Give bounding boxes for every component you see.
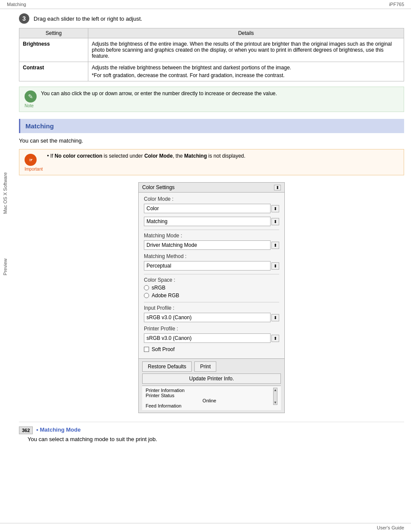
radio-adobe-rgb[interactable]: Adobe RGB — [144, 292, 279, 299]
printer-profile-select[interactable]: sRGB v3.0 (Canon) — [144, 333, 271, 343]
matching-method-select[interactable]: Perceptual — [144, 261, 271, 271]
color-stepper[interactable]: ⬍ — [271, 205, 279, 212]
panel-title-stepper[interactable]: ⬍ — [274, 185, 281, 190]
note-text: You can also click the up or down arrow,… — [41, 90, 277, 96]
printer-info-scrollbar[interactable]: ▲ ▼ — [273, 388, 277, 405]
step-header: 3 Drag each slider to the left or right … — [19, 13, 404, 24]
note-label: Note — [25, 103, 37, 108]
contrast-detail1: Adjusts the relative brightness between … — [92, 65, 400, 71]
printer-info-row: Printer Information Printer Status Onlin… — [146, 388, 277, 408]
important-bold1: No color correction — [55, 153, 103, 159]
input-profile-label: Input Profile : — [144, 305, 279, 311]
input-profile-value: sRGB v3.0 (Canon) — [146, 314, 192, 320]
page-number: 362 — [19, 426, 33, 434]
scroll-down-icon[interactable]: ▼ — [274, 401, 277, 404]
printer-info-section: Printer Information Printer Status Onlin… — [142, 386, 281, 410]
scroll-up-icon[interactable]: ▲ — [274, 388, 277, 392]
setting-brightness: Brightness — [19, 38, 88, 62]
bottom-bar: User's Guide — [0, 523, 411, 532]
color-select-row: Color ⬍ — [144, 204, 279, 213]
printer-profile-select-row: sRGB v3.0 (Canon) ⬍ — [144, 333, 279, 343]
matching-mode-label: Matching Mode : — [144, 233, 279, 239]
printer-profile-stepper[interactable]: ⬍ — [271, 335, 279, 342]
color-value: Color — [146, 205, 159, 212]
table-header-details: Details — [88, 28, 404, 38]
print-button[interactable]: Print — [194, 361, 216, 372]
divider3 — [144, 302, 279, 302]
matching-value: Matching — [146, 218, 168, 224]
important-label: Important — [25, 167, 43, 171]
table-row: Contrast Adjusts the relative brightness… — [19, 62, 404, 81]
color-settings-panel: Color Settings ⬍ Color Mode : Color ⬍ Ma… — [138, 182, 285, 413]
matching-mode-title: Matching Mode — [40, 426, 81, 433]
color-space-label: Color Space : — [144, 277, 279, 283]
panel-footer: Restore Defaults Print Update Printer In… — [139, 358, 284, 413]
soft-proof-label: Soft Proof — [152, 346, 174, 352]
color-select[interactable]: Color — [144, 204, 271, 213]
divider1 — [144, 230, 279, 230]
step-3-section: 3 Drag each slider to the left or right … — [19, 13, 404, 112]
bottom-bar-text: User's Guide — [377, 525, 404, 530]
matching-mode-select-row: Driver Matching Mode ⬍ — [144, 240, 279, 250]
setting-contrast: Contrast — [19, 62, 88, 81]
top-bar-left: Matching — [7, 2, 26, 7]
matching-stepper[interactable]: ⬍ — [271, 218, 279, 225]
panel-container: Color Settings ⬍ Color Mode : Color ⬍ Ma… — [19, 182, 404, 413]
matching-method-stepper[interactable]: ⬍ — [271, 262, 279, 270]
printer-info-text: Printer Information Printer Status Onlin… — [146, 388, 273, 408]
radio-adobe-rgb-label: Adobe RGB — [152, 292, 179, 299]
matching-select[interactable]: Matching — [144, 217, 271, 226]
matching-method-select-row: Perceptual ⬍ — [144, 261, 279, 271]
matching-description: You can set the matching. — [19, 137, 404, 144]
matching-mode-stepper[interactable]: ⬍ — [271, 242, 279, 249]
input-profile-select[interactable]: sRGB v3.0 (Canon) — [144, 313, 271, 322]
top-bar: Matching iPF765 — [0, 0, 411, 9]
panel-body: Color Mode : Color ⬍ Matching ⬍ Matchi — [139, 193, 284, 358]
radio-adobe-rgb-circle — [144, 293, 149, 298]
sidebar-label-macos: Mac OS X Software — [3, 172, 8, 214]
matching-method-value: Perceptual — [146, 263, 171, 269]
page-number-row: 362 • Matching Mode — [19, 426, 404, 434]
matching-select-row: Matching ⬍ — [144, 217, 279, 226]
main-content: 3 Drag each slider to the left or right … — [12, 9, 411, 447]
printer-profile-label: Printer Profile : — [144, 326, 279, 332]
table-header-setting: Setting — [19, 28, 88, 38]
details-contrast: Adjusts the relative brightness between … — [88, 62, 404, 81]
btn-row-1: Restore Defaults Print — [142, 361, 281, 372]
important-bold2: Color Mode — [144, 153, 173, 159]
important-box: ☞ Important • If No color correction is … — [19, 149, 404, 175]
printer-info-title: Printer Information — [146, 388, 273, 393]
btn-row-2: Update Printer Info. — [142, 373, 281, 384]
printer-status-label: Printer Status — [146, 393, 273, 398]
color-space-radio-group: sRGB Adobe RGB — [144, 285, 279, 299]
matching-mode-section: • Matching Mode — [36, 426, 81, 433]
matching-mode-select[interactable]: Driver Matching Mode — [144, 240, 271, 250]
printer-profile-value: sRGB v3.0 (Canon) — [146, 335, 192, 341]
divider2 — [144, 274, 279, 274]
contrast-detail2: *For soft gradation, decrease the contra… — [92, 72, 400, 78]
note-box: ✎ Note You can also click the up or down… — [19, 87, 404, 112]
matching-mode-desc: You can select a matching mode to suit t… — [28, 436, 404, 442]
important-icon: ☞ — [25, 154, 37, 166]
input-profile-select-row: sRGB v3.0 (Canon) ⬍ — [144, 313, 279, 322]
note-icon: ✎ — [25, 90, 37, 103]
matching-method-label: Matching Method : — [144, 253, 279, 259]
settings-table: Setting Details Brightness Adjusts the b… — [19, 28, 404, 81]
restore-defaults-button[interactable]: Restore Defaults — [142, 361, 192, 372]
radio-srgb[interactable]: sRGB — [144, 285, 279, 291]
color-mode-label: Color Mode : — [144, 196, 279, 202]
soft-proof-checkbox[interactable] — [144, 347, 149, 352]
step-number: 3 — [19, 13, 29, 24]
important-bold3: Matching — [184, 153, 207, 159]
input-profile-stepper[interactable]: ⬍ — [271, 314, 279, 321]
matching-mode-bullet: • — [36, 426, 40, 433]
step-description: Drag each slider to the left or right to… — [34, 16, 142, 22]
panel-title-bar: Color Settings ⬍ — [139, 183, 284, 193]
matching-title: Matching — [25, 122, 399, 130]
update-printer-info-button[interactable]: Update Printer Info. — [142, 373, 281, 384]
matching-mode-value: Driver Matching Mode — [146, 242, 197, 248]
details-brightness: Adjusts the brightness of the entire ima… — [88, 38, 404, 62]
top-bar-right: iPF765 — [389, 2, 404, 7]
soft-proof-row[interactable]: Soft Proof — [144, 346, 279, 352]
page-bottom: 362 • Matching Mode You can select a mat… — [19, 422, 404, 442]
